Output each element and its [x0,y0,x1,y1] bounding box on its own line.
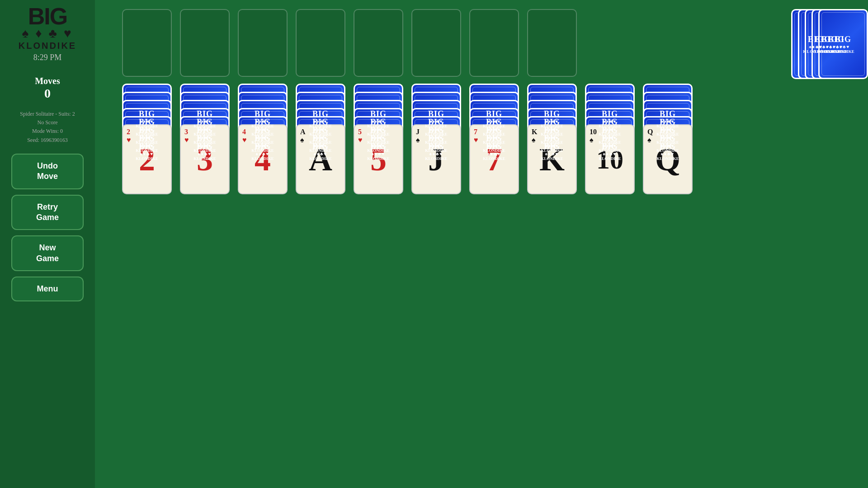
moves-count: 0 [44,86,51,101]
game-area: BIG ♠♦♣♥ KLONDIKE BIG ♠♦♣♥ KLONDIKE BIG … [95,0,868,488]
card-corner: K♠ [532,128,537,144]
tableau-col-1: BIG♠♦♣♥KLONDIKE BIG♠♦♣♥KLONDIKE BIG♠♦♣♥K… [180,84,230,192]
tableau-col-8: BIG♠♦♣♥KLONDIKE BIG♠♦♣♥KLONDIKE BIG♠♦♣♥K… [585,84,635,192]
game-mode: Spider Solitaire - Suits: 2 [20,110,75,118]
foundation-slot-1[interactable] [122,9,172,77]
tableau-col-3: BIG♠♦♣♥KLONDIKE BIG♠♦♣♥KLONDIKE BIG♠♦♣♥K… [296,84,345,192]
card-corner: J♠ [416,128,420,144]
moves-section: Moves 0 [35,76,60,101]
card-corner: Q♠ [647,128,653,144]
moves-label: Moves [35,76,60,86]
stock-pile[interactable]: BIG ♠♦♣♥ KLONDIKE BIG ♠♦♣♥ KLONDIKE BIG … [741,9,841,81]
tableau: BIG♠♦♣♥KLONDIKE BIG♠♦♣♥KLONDIKE BIG♠♦♣♥K… [122,84,693,192]
retry-game-button[interactable]: RetryGame [11,195,84,230]
foundation-slot-8[interactable] [527,9,577,77]
logo-big-text: BIG [28,5,67,28]
game-score: No Score [20,118,75,127]
card-corner: 2♥ [127,128,131,144]
tableau-col-4: BIG♠♦♣♥KLONDIKE BIG♠♦♣♥KLONDIKE BIG♠♦♣♥K… [354,84,403,192]
tableau-col-2: BIG♠♦♣♥KLONDIKE BIG♠♦♣♥KLONDIKE BIG♠♦♣♥K… [238,84,288,192]
card-corner: A♠ [300,128,306,144]
foundation-slot-4[interactable] [296,9,345,77]
tableau-col-7: BIG♠♦♣♥KLONDIKE BIG♠♦♣♥KLONDIKE BIG♠♦♣♥K… [527,84,577,192]
foundation-slot-3[interactable] [238,9,288,77]
foundation-row [122,9,577,77]
card-corner: 7♥ [474,128,478,144]
time-display: 8:29 PM [33,53,62,62]
logo-klondike: KLONDIKE [19,41,76,51]
tableau-col-5: BIG♠♦♣♥KLONDIKE BIG♠♦♣♥KLONDIKE BIG♠♦♣♥K… [411,84,461,192]
tableau-col-6: BIG♠♦♣♥KLONDIKE BIG♠♦♣♥KLONDIKE BIG♠♦♣♥K… [469,84,519,192]
logo-area: BIG ♠ ♦ ♣ ♥ KLONDIKE 8:29 PM [19,5,76,71]
card-corner: 5♥ [358,128,363,144]
tableau-col-0: BIG♠♦♣♥KLONDIKE BIG♠♦♣♥KLONDIKE BIG♠♦♣♥K… [122,84,172,192]
menu-button[interactable]: Menu [11,277,84,301]
foundation-slot-2[interactable] [180,9,230,77]
logo-suits: ♠ ♦ ♣ ♥ [22,26,73,41]
sidebar: BIG ♠ ♦ ♣ ♥ KLONDIKE 8:29 PM Moves 0 Spi… [0,0,95,488]
undo-move-button[interactable]: UndoMove [11,154,84,189]
seed: Seed: 1696390163 [20,136,75,145]
tableau-col-9: BIG♠♦♣♥KLONDIKE BIG♠♦♣♥KLONDIKE BIG♠♦♣♥K… [643,84,693,192]
foundation-slot-6[interactable] [411,9,461,77]
foundation-slot-7[interactable] [469,9,519,77]
game-info: Spider Solitaire - Suits: 2 No Score Mod… [15,110,79,145]
card-corner: 4♥ [242,128,247,144]
card-corner: 3♥ [184,128,189,144]
foundation-slot-5[interactable] [354,9,403,77]
card-corner: 10♠ [590,128,597,144]
mode-wins: Mode Wins: 0 [20,127,75,136]
new-game-button[interactable]: NewGame [11,235,84,271]
